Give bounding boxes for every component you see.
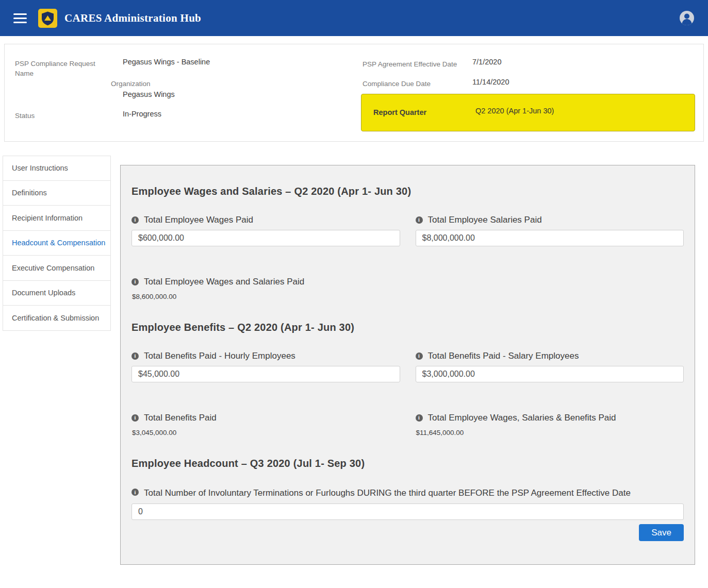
sidebar-item-document-uploads[interactable]: Document Uploads xyxy=(3,281,111,306)
info-icon[interactable]: i xyxy=(131,352,139,360)
sidebar-nav: User Instructions Definitions Recipient … xyxy=(3,156,111,331)
request-name-label: PSP Compliance Request Name xyxy=(15,59,103,78)
sidebar-item-certification-submission[interactable]: Certification & Submission xyxy=(3,306,111,331)
page: CARES Administration Hub PSP Compliance … xyxy=(0,0,708,588)
benefits-salary-input[interactable] xyxy=(416,366,684,382)
info-icon[interactable]: i xyxy=(416,414,423,422)
info-icon[interactable]: i xyxy=(131,489,139,496)
organization-value: Pegasus Wings xyxy=(123,90,175,99)
total-wages-salaries-paid-label: Total Employee Wages and Salaries Paid xyxy=(144,276,304,288)
involuntary-terminations-label: Total Number of Involuntary Terminations… xyxy=(144,486,631,500)
benefits-hourly-label: Total Benefits Paid - Hourly Employees xyxy=(144,350,295,362)
involuntary-terminations-input[interactable] xyxy=(131,503,684,520)
report-quarter-label: Report Quarter xyxy=(373,108,426,116)
total-wages-salaries-benefits-paid-value: $11,645,000.00 xyxy=(416,429,684,436)
total-employee-wages-paid-label: Total Employee Wages Paid xyxy=(144,214,253,226)
report-quarter-value: Q2 2020 (Apr 1-Jun 30) xyxy=(475,107,554,115)
field-benefits-hourly: i Total Benefits Paid - Hourly Employees xyxy=(131,350,400,382)
field-involuntary-terminations: i Total Number of Involuntary Terminatio… xyxy=(131,486,684,520)
request-name-value: Pegasus Wings - Baseline xyxy=(123,57,210,67)
organization-label: Organization xyxy=(111,79,151,89)
total-employee-salaries-paid-label: Total Employee Salaries Paid xyxy=(428,214,542,226)
total-benefits-paid-value: $3,045,000.00 xyxy=(131,429,400,436)
sidebar-item-user-instructions[interactable]: User Instructions xyxy=(3,156,111,181)
field-total-wages-salaries-benefits-paid: i Total Employee Wages, Salaries & Benef… xyxy=(416,412,684,436)
headcount-compensation-form: Employee Wages and Salaries – Q2 2020 (A… xyxy=(120,165,695,565)
total-benefits-paid-label: Total Benefits Paid xyxy=(144,412,217,424)
shield-logo-icon xyxy=(38,9,57,28)
benefits-hourly-input[interactable] xyxy=(131,366,400,382)
benefits-salary-label: Total Benefits Paid - Salary Employees xyxy=(428,350,579,362)
section-title-benefits: Employee Benefits – Q2 2020 (Apr 1- Jun … xyxy=(131,320,684,334)
field-total-benefits-paid: i Total Benefits Paid $3,045,000.00 xyxy=(131,412,400,436)
status-value: In-Progress xyxy=(123,109,161,119)
effective-date-label: PSP Agreement Effective Date xyxy=(363,59,457,69)
field-benefits-salary: i Total Benefits Paid - Salary Employees xyxy=(416,350,684,382)
status-label: Status xyxy=(15,111,35,121)
save-button[interactable]: Save xyxy=(639,524,684,541)
sidebar-item-executive-compensation[interactable]: Executive Compensation xyxy=(3,256,111,281)
info-icon[interactable]: i xyxy=(131,414,139,422)
info-icon[interactable]: i xyxy=(131,278,139,285)
info-icon[interactable]: i xyxy=(416,352,423,360)
report-quarter-highlight: Report Quarter Q2 2020 (Apr 1-Jun 30) xyxy=(361,94,695,131)
field-total-employee-salaries-paid: i Total Employee Salaries Paid xyxy=(416,214,684,246)
field-total-employee-wages-paid: i Total Employee Wages Paid xyxy=(131,214,400,246)
top-navbar: CARES Administration Hub xyxy=(0,0,708,36)
total-employee-wages-paid-input[interactable] xyxy=(131,230,400,246)
field-total-wages-salaries-paid: i Total Employee Wages and Salaries Paid… xyxy=(131,276,684,300)
app-title: CARES Administration Hub xyxy=(64,12,201,25)
compliance-summary-card: PSP Compliance Request Name Pegasus Wing… xyxy=(4,44,704,142)
sidebar-item-definitions[interactable]: Definitions xyxy=(3,181,111,206)
user-avatar-icon[interactable] xyxy=(679,10,695,26)
info-icon[interactable]: i xyxy=(416,216,423,224)
section-title-headcount: Employee Headcount – Q3 2020 (Jul 1- Sep… xyxy=(131,456,684,471)
total-wages-salaries-benefits-paid-label: Total Employee Wages, Salaries & Benefit… xyxy=(428,412,616,424)
effective-date-value: 7/1/2020 xyxy=(472,57,501,67)
total-employee-salaries-paid-input[interactable] xyxy=(416,230,684,246)
info-icon[interactable]: i xyxy=(131,216,139,224)
due-date-value: 11/14/2020 xyxy=(472,77,509,87)
sidebar-item-headcount-compensation[interactable]: Headcount & Compensation xyxy=(3,231,111,256)
due-date-label: Compliance Due Date xyxy=(363,79,431,89)
hamburger-menu-icon[interactable] xyxy=(13,13,27,23)
sidebar-item-recipient-information[interactable]: Recipient Information xyxy=(3,206,111,231)
section-title-wages: Employee Wages and Salaries – Q2 2020 (A… xyxy=(131,184,684,198)
total-wages-salaries-paid-value: $8,600,000.00 xyxy=(131,293,684,300)
